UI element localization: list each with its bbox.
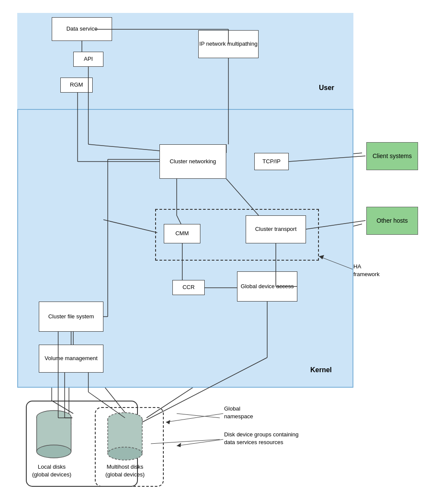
ha-framework-box bbox=[155, 209, 319, 261]
diagram-container: User Kernel Data service API RGM IP netw… bbox=[9, 4, 427, 500]
cluster-networking-box: Cluster networking bbox=[159, 144, 226, 179]
disk-device-groups-label: Disk device groups containingdata servic… bbox=[224, 431, 299, 446]
svg-line-24 bbox=[177, 414, 220, 418]
multihost-disks-label: Multihost disks(global devices) bbox=[99, 463, 151, 479]
data-service-box: Data service bbox=[52, 17, 112, 41]
svg-marker-37 bbox=[166, 420, 170, 424]
ccr-box: CCR bbox=[172, 280, 205, 295]
svg-point-35 bbox=[108, 447, 142, 460]
other-hosts-box: Other hosts bbox=[366, 207, 418, 235]
svg-line-38 bbox=[177, 439, 223, 446]
kernel-label: Kernel bbox=[310, 366, 332, 374]
rgm-box: RGM bbox=[60, 78, 93, 93]
svg-point-30 bbox=[37, 445, 71, 458]
api-box: API bbox=[73, 52, 103, 67]
volume-management-box: Volume management bbox=[39, 345, 103, 373]
client-systems-box: Client systems bbox=[366, 142, 418, 170]
cluster-file-system-box: Cluster file system bbox=[39, 302, 103, 332]
local-disks-label: Local disks(global devices) bbox=[26, 463, 78, 479]
ip-multipathing-box: IP network multipathing bbox=[198, 30, 259, 58]
svg-marker-39 bbox=[177, 443, 181, 447]
multihost-disk-cylinder bbox=[106, 411, 144, 463]
global-namespace-label: Globalnamespace bbox=[224, 405, 253, 420]
tcp-ip-box: TCP/IP bbox=[254, 153, 289, 170]
local-disk-cylinder bbox=[34, 409, 73, 461]
global-device-access-box: Global device access bbox=[237, 271, 297, 302]
user-label: User bbox=[319, 84, 334, 92]
ha-framework-label: HAframework bbox=[353, 263, 380, 278]
svg-line-36 bbox=[166, 414, 223, 422]
